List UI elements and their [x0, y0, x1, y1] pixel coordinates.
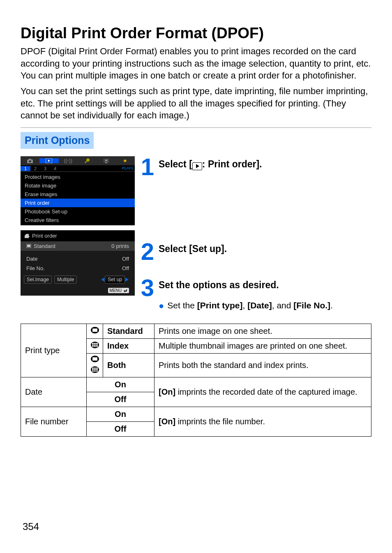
- wireless-icon: ((†)): [59, 158, 78, 164]
- svg-rect-14: [94, 343, 96, 344]
- print-options-table: Print type Standard Prints one image on …: [21, 324, 371, 437]
- menu-item-erase-images: Erase images: [21, 190, 135, 199]
- both-icon: [87, 353, 103, 377]
- prints-count: 0 prints: [111, 243, 129, 249]
- sel-image-button: Sel.Image: [24, 275, 52, 284]
- subtab-2: 2: [30, 166, 40, 171]
- multiple-button: Multiple: [54, 275, 77, 284]
- svg-rect-26: [94, 368, 96, 369]
- menu-back-button: MENU: [108, 288, 129, 293]
- playback-icon: [192, 162, 202, 170]
- wrench-icon: [78, 158, 97, 163]
- date-value: Off: [122, 256, 129, 262]
- section-heading-print-options: Print Options: [21, 132, 94, 149]
- steps-container: ((†)) ★ 1 2 3 4 PLAY1 Protect images Rot…: [21, 156, 371, 311]
- svg-rect-6: [105, 160, 108, 161]
- step-3-bullet: ● Set the [Print type], [Date], and [Fil…: [159, 300, 371, 311]
- file-no-label: File No.: [26, 265, 45, 271]
- svg-rect-27: [96, 368, 98, 369]
- step-number-1: 1: [141, 156, 154, 178]
- index-desc: Multiple thumbnail images are printed on…: [154, 338, 371, 353]
- standard-name: Standard: [103, 324, 154, 338]
- svg-rect-13: [92, 343, 94, 344]
- index-name: Index: [103, 338, 154, 353]
- playback-tab-icon: [39, 158, 58, 163]
- set-up-button: Set up: [105, 275, 125, 284]
- file-number-row-label: File number: [21, 407, 87, 436]
- print-order-title: Print order: [32, 233, 57, 239]
- both-desc: Prints both the standard and index print…: [154, 353, 371, 377]
- svg-point-2: [29, 160, 31, 162]
- file-on: On: [87, 407, 154, 421]
- date-row-label: Date: [21, 377, 87, 407]
- svg-rect-29: [94, 369, 96, 370]
- star-icon: ★: [116, 158, 135, 164]
- date-on: On: [87, 377, 154, 392]
- svg-rect-25: [92, 368, 94, 369]
- step-number-2: 2: [141, 241, 154, 262]
- bullet-icon: ●: [159, 300, 164, 311]
- menu-item-photobook-setup: Photobook Set-up: [21, 207, 135, 216]
- play-tag-label: PLAY1: [122, 166, 133, 170]
- svg-rect-23: [92, 357, 97, 361]
- subtab-3: 3: [40, 166, 50, 171]
- svg-rect-1: [29, 159, 31, 160]
- menu-item-protect-images: Protect images: [21, 173, 135, 181]
- both-name: Both: [103, 353, 154, 377]
- subtab-4: 4: [50, 166, 60, 171]
- svg-rect-16: [92, 345, 94, 346]
- intro-paragraph-1: DPOF (Digital Print Order Format) enable…: [21, 45, 371, 82]
- step-number-3: 3: [141, 277, 154, 298]
- standard-icon: [87, 324, 103, 338]
- date-desc: [On] imprints the recorded date of the c…: [154, 377, 371, 407]
- svg-rect-31: [92, 371, 94, 372]
- step-3-text: Set the options as desired.: [159, 277, 279, 291]
- camera-print-order-screenshot: Print order Standard 0 prints Date Off F…: [21, 230, 135, 296]
- print-order-icon: [24, 233, 30, 239]
- svg-rect-18: [96, 345, 98, 346]
- svg-rect-19: [92, 346, 94, 347]
- date-label: Date: [26, 256, 37, 262]
- standard-desc: Prints one image on one sheet.: [154, 324, 371, 338]
- step-2-text: Select [Set up].: [159, 241, 227, 255]
- display-icon: [97, 159, 115, 163]
- page-title: Digital Print Order Format (DPOF): [21, 25, 371, 42]
- svg-rect-32: [94, 371, 96, 372]
- svg-rect-9: [27, 245, 30, 247]
- file-no-value: Off: [122, 265, 129, 271]
- svg-rect-21: [96, 346, 98, 347]
- index-icon: [87, 338, 103, 353]
- divider: [21, 127, 371, 128]
- svg-rect-30: [96, 369, 98, 370]
- file-desc: [On] imprints the file number.: [154, 407, 371, 436]
- menu-item-print-order: Print order: [21, 199, 135, 207]
- svg-rect-7: [105, 162, 107, 163]
- date-off: Off: [87, 392, 154, 407]
- menu-item-rotate-image: Rotate image: [21, 181, 135, 190]
- print-type-label: Print type: [21, 324, 87, 377]
- camera-menu-screenshot-1: ((†)) ★ 1 2 3 4 PLAY1 Protect images Rot…: [21, 156, 135, 225]
- svg-rect-11: [92, 329, 97, 332]
- subtab-1: 1: [21, 166, 30, 171]
- svg-marker-4: [48, 160, 50, 162]
- file-off: Off: [87, 421, 154, 436]
- page-number: 354: [23, 521, 39, 532]
- step-1-text: Select [: Print order].: [159, 156, 262, 170]
- menu-item-creative-filters: Creative filters: [21, 216, 135, 224]
- sheet-icon: [26, 243, 31, 249]
- svg-rect-33: [96, 371, 98, 372]
- svg-rect-17: [94, 345, 96, 346]
- svg-rect-15: [96, 343, 98, 344]
- svg-rect-20: [94, 346, 96, 347]
- standard-label: Standard: [34, 243, 55, 249]
- camera-icon: [21, 159, 39, 163]
- svg-rect-28: [92, 369, 94, 370]
- intro-paragraph-2: You can set the print settings such as p…: [21, 85, 371, 122]
